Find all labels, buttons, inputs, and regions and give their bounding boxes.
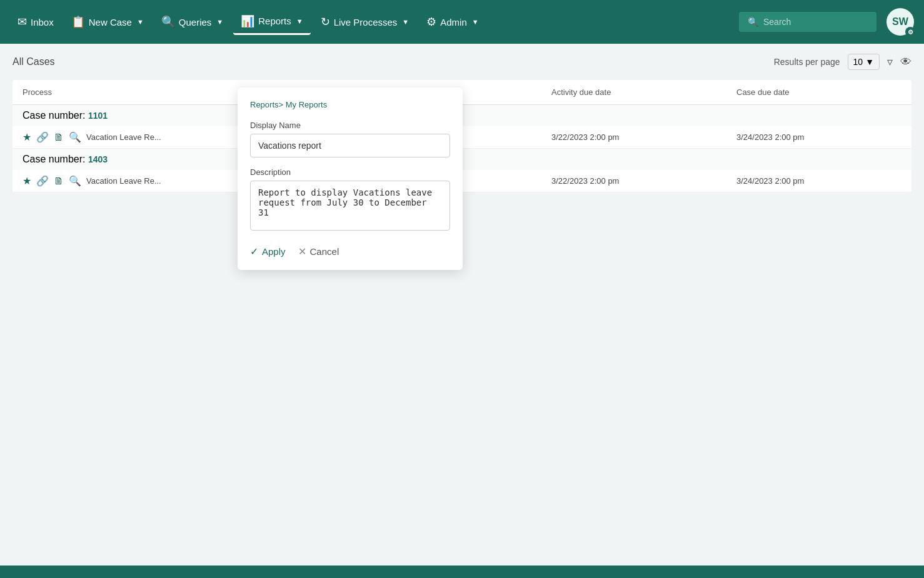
cancel-label: Cancel: [310, 246, 339, 257]
new-case-nav-item[interactable]: 📋 New Case ▼: [64, 10, 151, 34]
live-processes-arrow-icon: ▼: [402, 18, 409, 26]
case-number-link[interactable]: 1403: [88, 154, 108, 164]
link-icon[interactable]: 🔗: [36, 131, 49, 143]
queries-icon: 🔍: [161, 15, 175, 29]
top-navigation: ✉ Inbox 📋 New Case ▼ 🔍 Queries ▼ 📊 Repor…: [0, 0, 924, 44]
form-actions: ✓ Apply ✕ Cancel: [250, 246, 450, 257]
star-icon[interactable]: ★: [23, 131, 31, 143]
activity-due-cell: 3/22/2023 2:00 pm: [541, 126, 726, 149]
reports-nav-item[interactable]: 📊 Reports ▼: [233, 9, 310, 35]
main-content: All Cases Results per page 10 ▼ ▿ 👁 Proc…: [0, 44, 924, 202]
cancel-button[interactable]: ✕ Cancel: [298, 246, 339, 257]
star-icon[interactable]: ★: [23, 175, 31, 187]
display-name-input[interactable]: [250, 134, 450, 157]
link-icon[interactable]: 🔗: [36, 175, 49, 187]
new-case-icon: 📋: [71, 15, 85, 29]
inbox-label: Inbox: [31, 17, 54, 27]
avatar-initials: SW: [892, 16, 908, 27]
case-number-label: Case number:: [23, 154, 86, 164]
results-per-page-label: Results per page: [774, 57, 840, 67]
case-due-cell: 3/24/2023 2:00 pm: [726, 126, 911, 149]
live-processes-label: Live Processes: [334, 17, 398, 27]
queries-arrow-icon: ▼: [216, 18, 223, 26]
reports-label: Reports: [258, 16, 291, 26]
search-input[interactable]: [763, 17, 868, 27]
breadcrumb-my-reports[interactable]: My Reports: [286, 100, 327, 109]
case-number-label: Case number:: [23, 110, 86, 121]
inbox-icon: ✉: [18, 15, 27, 29]
admin-label: Admin: [440, 17, 467, 27]
description-label: Description: [250, 167, 450, 177]
avatar-gear-icon: ⚙: [905, 27, 915, 37]
breadcrumb-reports[interactable]: Reports: [250, 100, 279, 109]
bottom-bar: [0, 566, 924, 578]
new-case-arrow-icon: ▼: [137, 18, 144, 26]
search-icon: 🔍: [748, 17, 758, 27]
header-controls: Results per page 10 ▼ ▿ 👁: [774, 54, 911, 70]
tree-icon[interactable]: 🗎: [54, 176, 64, 187]
reports-icon: 📊: [241, 14, 254, 28]
breadcrumb: Reports> My Reports: [250, 100, 450, 109]
x-icon: ✕: [298, 246, 306, 257]
page-header: All Cases Results per page 10 ▼ ▿ 👁: [13, 54, 911, 70]
results-per-page-select[interactable]: 10 ▼: [848, 54, 880, 70]
admin-arrow-icon: ▼: [472, 18, 479, 26]
display-name-label: Display Name: [250, 121, 450, 130]
new-case-label: New Case: [89, 17, 132, 27]
reports-dropdown-panel: Reports> My Reports Display Name Descrip…: [238, 87, 463, 270]
live-processes-icon: ↻: [321, 15, 330, 29]
columns-button[interactable]: 👁: [900, 56, 911, 69]
case-number-link[interactable]: 1101: [88, 111, 108, 121]
search-case-icon[interactable]: 🔍: [69, 175, 81, 187]
process-name: Vacation Leave Re...: [86, 132, 161, 142]
apply-button[interactable]: ✓ Apply: [250, 246, 286, 257]
inbox-nav-item[interactable]: ✉ Inbox: [10, 10, 61, 34]
description-textarea[interactable]: Report to display Vacations leave reques…: [250, 181, 450, 231]
filter-button[interactable]: ▿: [887, 55, 893, 69]
admin-icon: ⚙: [426, 15, 436, 29]
column-activity-due: Activity due date: [541, 80, 726, 105]
checkmark-icon: ✓: [250, 246, 258, 257]
activity-due-cell: 3/22/2023 2:00 pm: [541, 170, 726, 192]
case-due-cell: 3/24/2023 2:00 pm: [726, 170, 911, 192]
search-box[interactable]: 🔍: [739, 12, 876, 32]
queries-nav-item[interactable]: 🔍 Queries ▼: [154, 10, 231, 34]
process-name: Vacation Leave Re...: [86, 176, 161, 186]
tree-icon[interactable]: 🗎: [54, 132, 64, 143]
admin-nav-item[interactable]: ⚙ Admin ▼: [419, 10, 486, 34]
avatar[interactable]: SW ⚙: [886, 8, 914, 36]
breadcrumb-separator: >: [279, 100, 286, 109]
live-processes-nav-item[interactable]: ↻ Live Processes ▼: [313, 10, 417, 34]
page-title: All Cases: [13, 56, 55, 67]
search-case-icon[interactable]: 🔍: [69, 131, 81, 143]
reports-arrow-icon: ▼: [296, 17, 303, 25]
queries-label: Queries: [179, 17, 212, 27]
results-per-page-value: 10: [853, 57, 863, 67]
apply-label: Apply: [262, 246, 286, 257]
column-case-due: Case due date: [726, 80, 911, 105]
results-dropdown-arrow-icon: ▼: [865, 57, 874, 67]
